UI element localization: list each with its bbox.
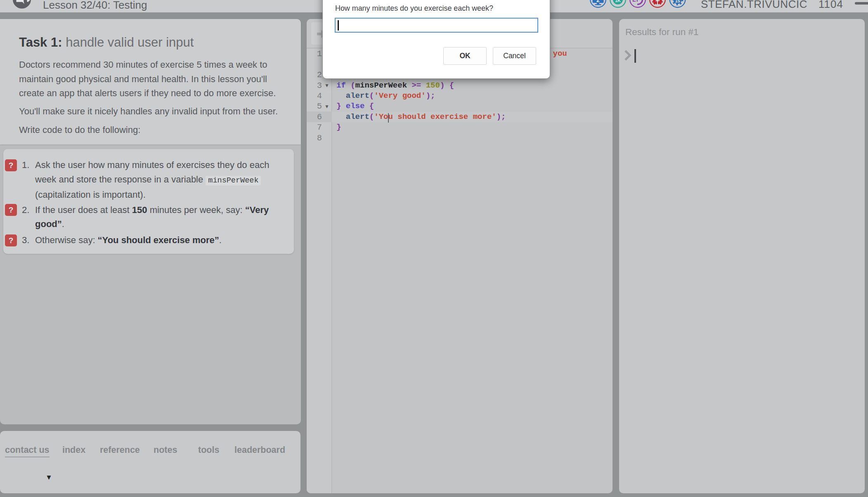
svg-text:2: 2 xyxy=(596,0,600,3)
svg-text:15: 15 xyxy=(675,0,680,3)
svg-text:10: 10 xyxy=(655,0,660,2)
svg-text:LT: LT xyxy=(632,0,639,3)
svg-text:1K: 1K xyxy=(615,0,621,3)
